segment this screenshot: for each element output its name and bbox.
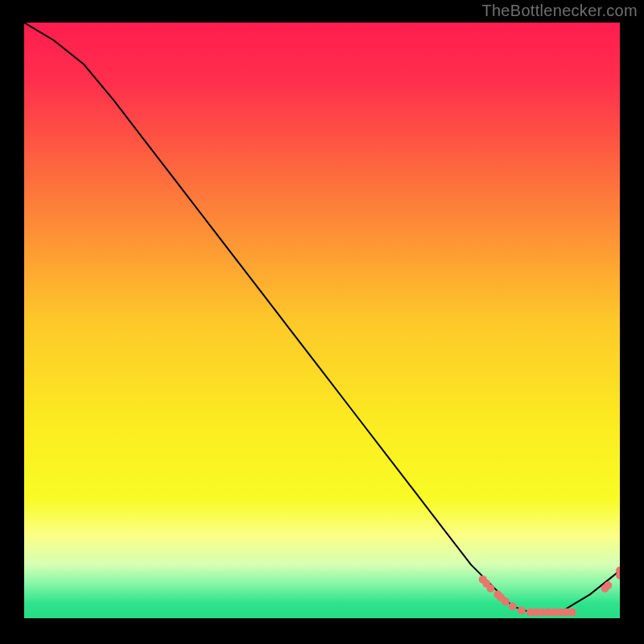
- chart-svg: [24, 23, 620, 618]
- data-marker: [486, 584, 494, 592]
- data-marker: [509, 602, 517, 610]
- gradient-background: [24, 23, 620, 618]
- data-marker: [502, 597, 510, 605]
- data-marker: [568, 609, 576, 617]
- plot-area: [24, 23, 620, 618]
- data-marker: [518, 606, 526, 614]
- attribution-label: TheBottlenecker.com: [481, 2, 638, 20]
- data-marker: [604, 581, 612, 589]
- chart-container: TheBottlenecker.com: [0, 0, 644, 644]
